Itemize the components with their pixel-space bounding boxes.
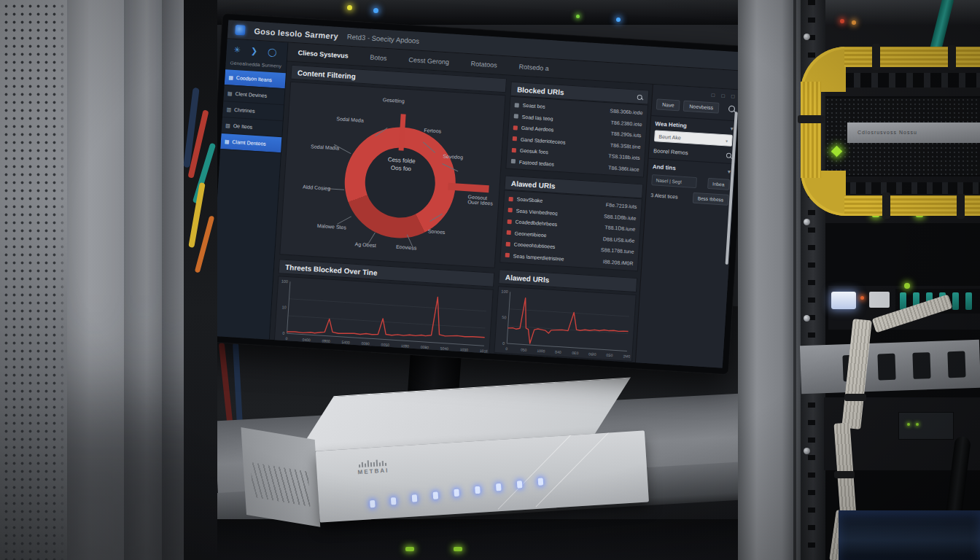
meraki-flake-icon[interactable]: ✳ [233,45,241,55]
rule-button[interactable]: Inbea [707,178,730,190]
donut-label-4: Sodal Madia [311,144,339,150]
donut-leader-line [337,216,351,224]
green-led [907,423,910,426]
url-lists-column: Blocked URls Seast bosS88.306b.iodeSoad … [494,82,649,362]
url-name: Coadedbdehrbees [515,219,557,228]
sidebar-item-label: Clent Devines [235,91,267,98]
alert-row: 3 Alest tices Bess tbbess [650,190,729,206]
svg-text:0: 0 [505,346,508,351]
grid-icon[interactable]: ▢ [720,93,725,100]
tab-4[interactable]: Rotsedo a [518,63,549,72]
svg-text:0: 0 [502,341,505,346]
search-icon[interactable] [726,153,731,158]
url-value: T88.290s.iuts [610,131,641,139]
menu-icon[interactable]: ▢ [731,93,735,101]
sidebar-item-icon: ▧ [225,122,230,128]
url-value: T88.1D8.iune [604,225,635,232]
cable-gap [184,0,217,560]
sidebar-item-icon: ▦ [225,139,230,144]
sidebar-item-label: Coodson Iteans [236,75,272,82]
chevron-down-icon[interactable]: ▾ [728,168,731,174]
filter-select-input[interactable]: Beurt Ake ▾ [654,130,733,147]
rule-row: Nasel | Segt Inbea [651,174,730,190]
svg-text:50: 50 [502,315,506,319]
sidebar-item-icon: ▥ [226,106,231,112]
donut-label-6: Malowe Stes [317,223,346,230]
sidebar-items: ▦Coodson Iteans▤Clent Devines▥Chrtrines▧… [220,69,286,153]
search-icon[interactable] [637,94,642,99]
sidebar-item-icon: ▦ [228,74,233,80]
svg-text:100: 100 [281,279,289,284]
dashboard-screen: Goso Iesolo Sarmery Retd3 - Soecity Apdo… [209,20,742,368]
bracket-cutout [947,351,965,378]
rack-screw [804,219,810,225]
tab-2[interactable]: Cesst Gerong [408,55,449,65]
sidebar-item-4[interactable]: ▦Clamt Denteos [220,133,281,153]
appliance-status-led [517,481,523,488]
url-name: Seast bos [523,103,546,109]
bracket-cutout [912,352,930,379]
allowed-chart-panel: 10050000501000S400E00@00S02M0 [494,286,636,362]
tab-0[interactable]: Clieso Systevus [298,49,349,59]
cable-tie [872,44,880,70]
window-icon[interactable]: ▢ [711,92,715,99]
server-room-photo: METBAI Cdlosrusvoss Nossu [0,0,980,560]
blocked-site-icon [505,253,510,257]
green-led [454,547,462,551]
cable-tie [834,471,855,478]
bracket-cutout [877,354,895,381]
svg-text:0900: 0900 [322,338,330,343]
chevron-down-icon: ▾ [726,138,728,143]
chevron-right-icon[interactable]: ❯ [251,46,258,56]
chevron-down-icon[interactable]: ▾ [731,125,734,131]
appliance-led-row [369,478,544,508]
green-led [405,547,414,551]
search-icon[interactable] [728,106,736,113]
rack-screw [804,34,810,40]
tab-3[interactable]: Rotatoos [471,60,498,69]
url-name: Cooeeohtubtioees [514,242,556,250]
device-display [898,412,954,440]
refresh-icon[interactable]: ◯ [268,47,277,58]
sidebar-item-label: Clamt Denteos [232,139,266,147]
cable-tie [844,394,866,401]
server-label-strip: Cdlosrusvoss Nossu [847,122,980,143]
svg-text:0080: 0080 [421,345,429,350]
blue-led [373,8,378,13]
perforation-pattern [0,0,67,560]
blocked-site-icon [508,208,513,212]
svg-text:0: 0 [282,331,284,335]
green-led [904,283,910,289]
blocked-site-icon [513,136,517,141]
allowed-urls-title: Alawed URIs [511,179,556,190]
noevbeiss-button[interactable]: Noevbeiss [683,101,720,114]
svg-text:S40: S40 [555,349,561,354]
threats-chart-panel: 1001000040009005400009000501090008050401… [274,276,494,356]
blocked-site-icon [512,148,516,152]
illuminated-display [831,292,856,309]
site-icon [514,114,518,118]
rack-device [825,0,980,42]
donut-label-9: Sonoes [428,229,446,235]
rule-input[interactable]: Nasel | Segt [651,174,697,188]
tab-1[interactable]: Botos [370,53,387,61]
cable-tie [948,45,956,70]
orange-led [860,296,864,300]
cable-tie [798,115,824,123]
appliance-status-led [475,486,481,494]
donut-label-1: Sodal Meda [336,116,364,122]
donut-label-7: Ag Obest [355,241,377,248]
meraki-appliance: METBAI [230,372,653,552]
url-name: Geonertibieoe [515,230,547,238]
alert-count-label: 3 Alest tices [650,192,678,199]
url-name: Fastoed tedaos [519,159,555,166]
rack-door-perforated-panel [0,0,67,560]
alert-button[interactable]: Bess tbbess [692,192,728,206]
blocked-site-icon [508,219,512,224]
svg-text:0: 0 [285,336,287,341]
threats-chart-title: Threets Blocked Over Tine [285,262,378,276]
nave-button[interactable]: Nave [656,98,680,111]
svg-text:1000: 1000 [537,349,545,354]
url-name: Soad las teog [522,114,553,122]
donut-label-5: Aldd Cosieg [303,184,330,191]
